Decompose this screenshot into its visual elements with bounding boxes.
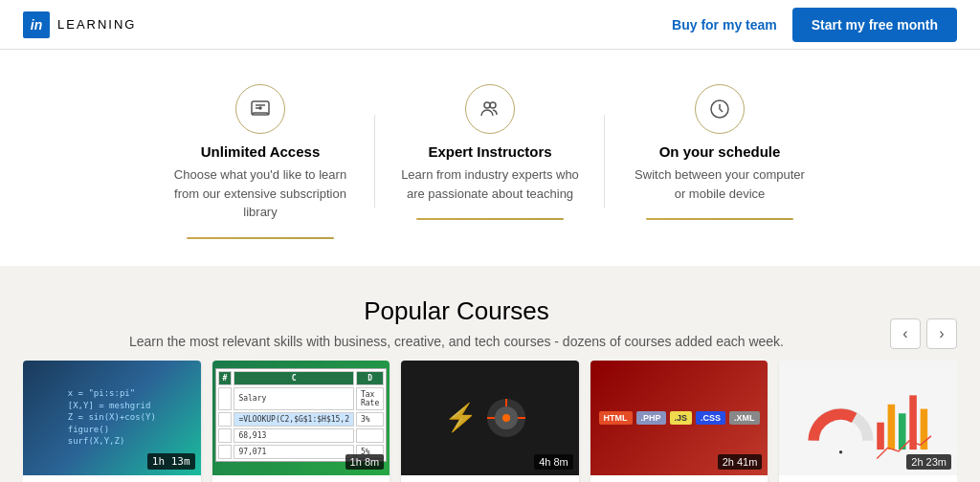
course-info-excel-lookup: COURSE Excel: Lookup Functions in Depth …: [212, 475, 390, 483]
html-badge: HTML: [599, 411, 633, 425]
header-actions: Buy for my team Start my free month: [672, 8, 957, 42]
svg-point-3: [490, 102, 496, 108]
logo-area: in LEARNING: [23, 11, 136, 38]
prev-arrow-button[interactable]: ‹: [890, 318, 921, 349]
courses-section: Popular Courses Learn the most relevant …: [0, 266, 980, 483]
course-info-electronics: COURSE Electronics Foundations: Semicond…: [401, 475, 579, 483]
course-info-matlab: COURSE Learning MATLAB 12,412 viewers: [23, 475, 201, 483]
course-duration-docker: 2h 41m: [718, 454, 763, 470]
excel-table: # C D Salary Tax Rate =VLOOKUP(C2,$G$1:$…: [215, 368, 388, 462]
course-thumbnail-matlab: x = "pi:s:pi" [X,Y] = meshgrid Z = sin(X…: [23, 361, 201, 475]
on-your-schedule-icon: [695, 84, 745, 134]
courses-subtitle: Learn the most relevant skills with busi…: [23, 334, 890, 349]
svg-rect-12: [878, 422, 885, 449]
courses-title: Popular Courses: [23, 296, 890, 326]
svg-rect-14: [899, 413, 906, 449]
features-section: Unlimited Access Choose what you'd like …: [0, 50, 980, 266]
course-card-electronics[interactable]: 4h 8m COURSE Electronics Foundations: Se…: [401, 361, 579, 483]
course-duration-matlab: 1h 13m: [147, 453, 195, 470]
expert-instructors-title: Expert Instructors: [428, 143, 551, 160]
on-your-schedule-desc: Switch between your computer or mobile d…: [628, 165, 812, 203]
xml-badge: .XML: [729, 411, 760, 425]
on-your-schedule-title: On your schedule: [659, 143, 781, 160]
course-info-excel-viz: COURSE Excel Data Visualization: Masteri…: [779, 475, 957, 483]
course-thumbnail-excel-viz: ● 2h 23m: [779, 361, 957, 475]
css-badge: .CSS: [696, 411, 725, 425]
unlimited-access-title: Unlimited Access: [201, 143, 321, 160]
expert-instructors-desc: Learn from industry experts who are pass…: [398, 165, 582, 203]
course-info-docker: COURSE Learning Docker (2018) 34,173 vie…: [590, 475, 768, 483]
unlimited-access-icon: [235, 84, 285, 134]
course-card-excel-viz[interactable]: ● 2h 23m COURSE Excel Data Visualization…: [779, 361, 957, 483]
svg-point-1: [259, 107, 261, 109]
course-thumbnail-electronics: 4h 8m: [401, 361, 579, 475]
course-card-excel-lookup[interactable]: # C D Salary Tax Rate =VLOOKUP(C2,$G$1:$…: [212, 361, 390, 483]
expert-instructors-icon: [465, 84, 515, 134]
buy-team-link[interactable]: Buy for my team: [672, 17, 777, 33]
logo-text: LEARNING: [57, 17, 136, 32]
next-arrow-button[interactable]: ›: [926, 318, 957, 349]
expert-instructors-divider: [416, 218, 564, 220]
linkedin-letter: in: [31, 17, 42, 33]
svg-text:●: ●: [839, 447, 844, 455]
feature-unlimited-access: Unlimited Access Choose what you'd like …: [145, 84, 375, 239]
courses-header-left: Popular Courses Learn the most relevant …: [23, 296, 890, 349]
visualization-chart: ●: [787, 368, 949, 468]
on-your-schedule-divider: [646, 218, 793, 220]
unlimited-access-divider: [187, 237, 334, 239]
linkedin-logo: in: [23, 11, 50, 38]
feature-expert-instructors: Expert Instructors Learn from industry e…: [375, 84, 605, 239]
start-free-button[interactable]: Start my free month: [792, 8, 957, 42]
course-duration-excel-lookup: 1h 8m: [345, 454, 385, 470]
course-thumbnail-docker: HTML .PHP .JS .CSS .XML 2h 41m: [590, 361, 768, 475]
courses-header-row: Popular Courses Learn the most relevant …: [23, 296, 957, 349]
svg-rect-13: [888, 404, 896, 449]
js-badge: .JS: [670, 411, 693, 425]
header: in LEARNING Buy for my team Start my fre…: [0, 0, 980, 50]
course-duration-electronics: 4h 8m: [534, 454, 573, 470]
docker-badges: HTML .PHP .JS .CSS .XML: [599, 411, 760, 425]
course-thumbnail-excel-lookup: # C D Salary Tax Rate =VLOOKUP(C2,$G$1:$…: [212, 361, 390, 475]
svg-point-10: [502, 414, 510, 422]
courses-grid: x = "pi:s:pi" [X,Y] = meshgrid Z = sin(X…: [23, 361, 957, 483]
electronics-svg-icon: [478, 389, 535, 447]
unlimited-access-desc: Choose what you'd like to learn from our…: [168, 165, 352, 222]
course-card-docker[interactable]: HTML .PHP .JS .CSS .XML 2h 41m COURSE Le…: [590, 361, 768, 483]
course-card-matlab[interactable]: x = "pi:s:pi" [X,Y] = meshgrid Z = sin(X…: [23, 361, 201, 483]
course-duration-excel-viz: 2h 23m: [906, 454, 951, 470]
feature-on-your-schedule: On your schedule Switch between your com…: [605, 84, 835, 239]
courses-nav: ‹ ›: [890, 318, 957, 349]
svg-point-2: [484, 102, 490, 108]
php-badge: .PHP: [636, 411, 666, 425]
